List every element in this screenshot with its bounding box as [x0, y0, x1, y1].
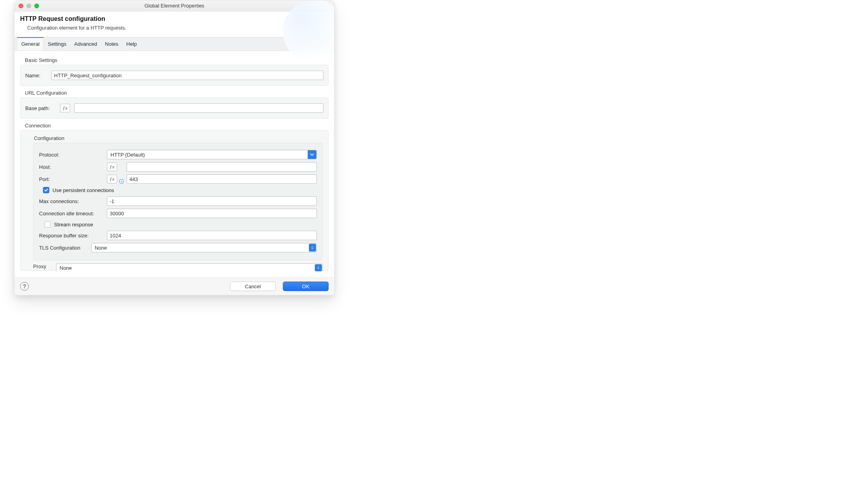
- dialog-body: Basic Settings Name: URL Configuration B…: [15, 51, 334, 277]
- proxy-label: Proxy: [33, 263, 52, 269]
- configuration-subtitle: Configuration: [34, 135, 323, 141]
- section-connection-title: Connection: [25, 123, 329, 129]
- basepath-label: Base path:: [25, 105, 56, 111]
- tls-config-value: None: [95, 245, 107, 251]
- tls-config-label: TLS Configuration: [39, 245, 91, 251]
- dialog-footer: ? Cancel OK: [15, 277, 334, 295]
- section-basic-title: Basic Settings: [25, 57, 329, 63]
- response-buffer-input[interactable]: [107, 231, 317, 240]
- max-connections-input[interactable]: [107, 196, 317, 206]
- section-url-title: URL Configuration: [25, 90, 329, 96]
- chevron-down-icon: [308, 150, 316, 159]
- help-icon[interactable]: ?: [20, 282, 29, 291]
- max-connections-label: Max connections:: [39, 198, 107, 204]
- name-label: Name:: [25, 73, 47, 78]
- persistent-connections-label: Use persistent connections: [52, 187, 114, 193]
- panel-basic: Name:: [20, 65, 329, 86]
- cancel-button[interactable]: Cancel: [230, 282, 276, 291]
- ok-button[interactable]: OK: [283, 282, 329, 291]
- port-label: Port:: [39, 176, 107, 182]
- close-window-icon[interactable]: [19, 4, 23, 8]
- tab-settings[interactable]: Settings: [44, 37, 70, 50]
- port-input[interactable]: [127, 174, 317, 184]
- idle-timeout-label: Connection idle timeout:: [39, 211, 107, 217]
- tls-config-select[interactable]: None: [91, 243, 317, 252]
- fx-button-host[interactable]: ƒx: [107, 162, 117, 171]
- panel-connection: Configuration Protocol: HTTP (Default): [20, 130, 329, 271]
- tab-advanced[interactable]: Advanced: [70, 37, 101, 50]
- persistent-connections-checkbox[interactable]: [43, 187, 49, 193]
- host-label: Host:: [39, 164, 107, 170]
- protocol-label: Protocol:: [39, 152, 107, 158]
- proxy-select[interactable]: None: [56, 263, 323, 271]
- fx-button-basepath[interactable]: ƒx: [60, 104, 70, 112]
- protocol-value: HTTP (Default): [110, 152, 145, 158]
- zoom-window-icon[interactable]: [34, 4, 39, 8]
- page-subtitle: Configuration element for a HTTP request…: [20, 25, 329, 31]
- info-icon[interactable]: i: [120, 179, 123, 183]
- basepath-input[interactable]: [74, 103, 323, 113]
- protocol-select[interactable]: HTTP (Default): [107, 150, 317, 159]
- page-title: HTTP Request configuration: [20, 15, 329, 22]
- name-input[interactable]: [51, 71, 323, 80]
- panel-configuration: Protocol: HTTP (Default) Host:: [33, 143, 323, 260]
- tab-notes[interactable]: Notes: [101, 37, 122, 50]
- idle-timeout-input[interactable]: [107, 209, 317, 218]
- titlebar: Global Element Properties: [15, 0, 334, 11]
- host-input[interactable]: [127, 162, 317, 172]
- fx-button-port[interactable]: ƒx: [107, 175, 117, 183]
- stream-response-label: Stream response: [54, 222, 93, 228]
- dialog-header: HTTP Request configuration Configuration…: [15, 11, 334, 37]
- updown-icon: [315, 264, 322, 271]
- window-controls: [19, 4, 39, 8]
- minimize-window-icon: [26, 4, 31, 8]
- tab-general[interactable]: General: [17, 37, 44, 50]
- tab-help[interactable]: Help: [122, 37, 141, 50]
- panel-url: Base path: ƒx: [20, 97, 329, 119]
- window-title: Global Element Properties: [144, 3, 204, 9]
- stream-response-checkbox[interactable]: [45, 221, 51, 228]
- updown-icon: [309, 244, 316, 252]
- dialog-window: Global Element Properties HTTP Request c…: [14, 0, 335, 295]
- response-buffer-label: Response buffer size:: [39, 233, 107, 239]
- proxy-value: None: [60, 265, 72, 271]
